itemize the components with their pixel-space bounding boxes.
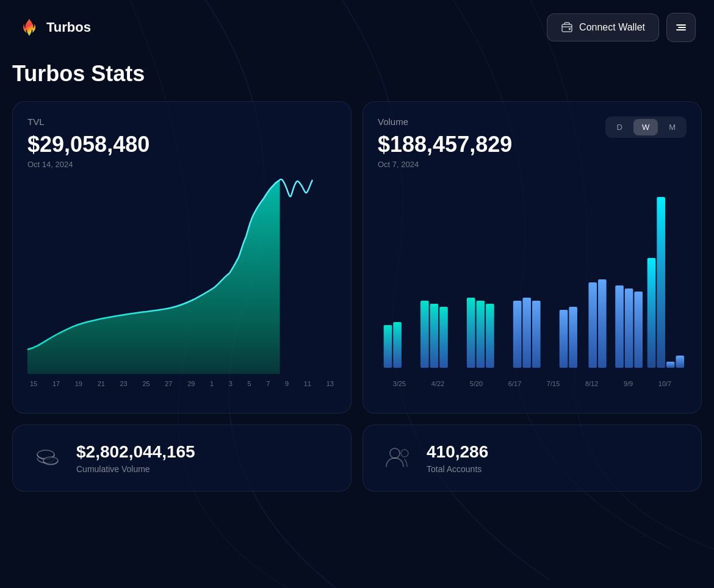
header-right: Connect Wallet bbox=[547, 13, 696, 42]
svg-rect-1 bbox=[562, 24, 572, 32]
x-label: 27 bbox=[165, 380, 172, 387]
svg-rect-16 bbox=[532, 301, 541, 368]
x-label: 9 bbox=[285, 380, 289, 387]
page-title: Turbos Stats bbox=[12, 61, 702, 87]
tvl-date: Oct 14, 2024 bbox=[27, 160, 336, 169]
main-content: Turbos Stats TVL $29,058,480 Oct 14, 202… bbox=[0, 55, 714, 504]
svg-rect-24 bbox=[647, 258, 656, 368]
menu-button[interactable] bbox=[666, 13, 696, 42]
period-button-d[interactable]: D bbox=[608, 119, 630, 135]
tvl-label: TVL bbox=[27, 117, 336, 127]
svg-point-30 bbox=[390, 448, 400, 458]
svg-rect-12 bbox=[477, 301, 485, 368]
connect-wallet-button[interactable]: Connect Wallet bbox=[547, 13, 659, 41]
svg-rect-14 bbox=[513, 301, 522, 368]
logo-icon bbox=[18, 16, 40, 38]
x-label: 3 bbox=[229, 380, 233, 387]
header: Turbos Connect Wallet bbox=[0, 0, 714, 55]
stats-row: $2,802,044,165 Cumulative Volume 410,286… bbox=[12, 425, 702, 492]
coins-icon bbox=[32, 442, 64, 474]
period-button-m[interactable]: M bbox=[660, 119, 684, 135]
volume-date: Oct 7, 2024 bbox=[378, 160, 687, 169]
svg-rect-6 bbox=[384, 325, 392, 368]
svg-rect-26 bbox=[666, 362, 675, 368]
logo-text: Turbos bbox=[46, 20, 91, 35]
x-label: 7/15 bbox=[547, 380, 560, 387]
svg-rect-8 bbox=[420, 301, 429, 368]
svg-rect-17 bbox=[560, 310, 568, 368]
menu-icon bbox=[675, 21, 687, 34]
svg-rect-25 bbox=[657, 197, 665, 368]
x-label: 8/12 bbox=[585, 380, 598, 387]
svg-rect-27 bbox=[676, 356, 684, 368]
total-accounts-label: Total Accounts bbox=[427, 464, 488, 474]
wallet-icon bbox=[561, 21, 573, 34]
x-label: 21 bbox=[98, 380, 105, 387]
svg-rect-23 bbox=[634, 292, 643, 368]
connect-wallet-label: Connect Wallet bbox=[579, 22, 645, 33]
volume-chart: 3/25 4/22 5/20 6/17 7/15 8/12 9/9 10/7 bbox=[378, 179, 687, 398]
x-label: 4/22 bbox=[431, 380, 444, 387]
x-label: 7 bbox=[266, 380, 270, 387]
svg-rect-21 bbox=[615, 285, 624, 368]
svg-rect-11 bbox=[467, 298, 475, 368]
x-label: 11 bbox=[304, 380, 311, 387]
total-accounts-info: 410,286 Total Accounts bbox=[427, 442, 488, 474]
period-buttons: D W M bbox=[605, 117, 687, 138]
period-button-w[interactable]: W bbox=[633, 119, 658, 135]
tvl-x-labels: 15 17 19 21 23 25 27 29 1 3 5 7 9 11 13 bbox=[27, 380, 336, 387]
x-label: 13 bbox=[326, 380, 334, 387]
svg-rect-15 bbox=[522, 298, 531, 368]
svg-rect-9 bbox=[430, 304, 439, 368]
volume-x-labels: 3/25 4/22 5/20 6/17 7/15 8/12 9/9 10/7 bbox=[378, 380, 687, 387]
x-label: 17 bbox=[52, 380, 60, 387]
x-label: 23 bbox=[120, 380, 128, 387]
svg-point-29 bbox=[43, 457, 58, 464]
users-icon bbox=[383, 442, 414, 474]
x-label: 5/20 bbox=[470, 380, 483, 387]
x-label: 6/17 bbox=[508, 380, 521, 387]
tvl-chart: 15 17 19 21 23 25 27 29 1 3 5 7 9 11 13 bbox=[27, 179, 336, 398]
svg-rect-20 bbox=[598, 279, 607, 368]
svg-rect-2 bbox=[569, 28, 571, 30]
svg-rect-22 bbox=[625, 289, 633, 368]
volume-card: Volume $188,457,829 Oct 7, 2024 D W M bbox=[362, 101, 702, 414]
tvl-card: TVL $29,058,480 Oct 14, 2024 bbox=[12, 101, 352, 414]
total-accounts-card: 410,286 Total Accounts bbox=[362, 425, 702, 492]
tvl-value: $29,058,480 bbox=[27, 132, 336, 157]
top-cards-row: TVL $29,058,480 Oct 14, 2024 bbox=[12, 101, 702, 414]
x-label: 3/25 bbox=[393, 380, 406, 387]
svg-rect-10 bbox=[439, 307, 448, 368]
logo: Turbos bbox=[18, 16, 91, 38]
x-label: 9/9 bbox=[624, 380, 633, 387]
cumulative-volume-value: $2,802,044,165 bbox=[76, 442, 195, 462]
svg-rect-19 bbox=[588, 282, 597, 368]
svg-point-31 bbox=[401, 450, 408, 457]
cumulative-volume-card: $2,802,044,165 Cumulative Volume bbox=[12, 425, 352, 492]
x-label: 29 bbox=[187, 380, 195, 387]
x-label: 25 bbox=[142, 380, 150, 387]
cumulative-volume-info: $2,802,044,165 Cumulative Volume bbox=[76, 442, 195, 474]
x-label: 1 bbox=[210, 380, 214, 387]
svg-rect-13 bbox=[486, 304, 494, 368]
x-label: 15 bbox=[30, 380, 37, 387]
svg-rect-18 bbox=[569, 307, 577, 368]
svg-rect-7 bbox=[393, 322, 402, 368]
x-label: 5 bbox=[248, 380, 251, 387]
x-label: 19 bbox=[75, 380, 82, 387]
cumulative-volume-label: Cumulative Volume bbox=[76, 464, 195, 474]
x-label: 10/7 bbox=[658, 380, 671, 387]
total-accounts-value: 410,286 bbox=[427, 442, 488, 462]
